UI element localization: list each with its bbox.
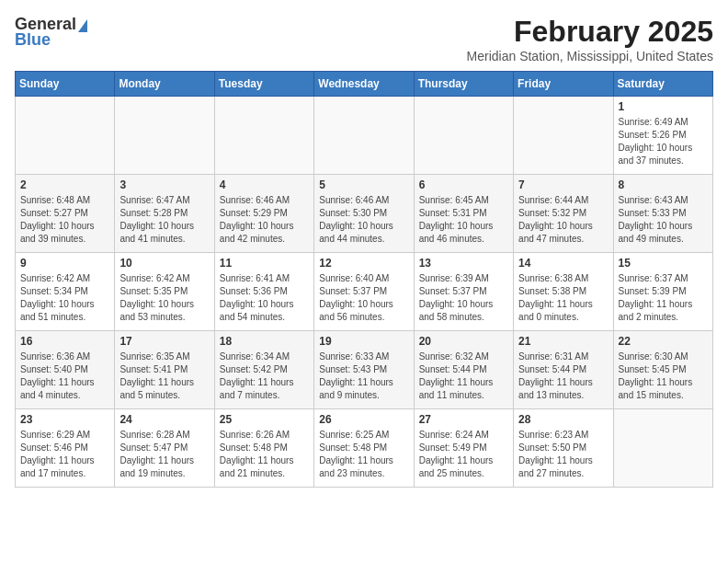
day-info: Sunrise: 6:47 AM Sunset: 5:28 PM Dayligh… bbox=[119, 194, 209, 246]
table-row bbox=[613, 409, 712, 488]
calendar-week-row: 2Sunrise: 6:48 AM Sunset: 5:27 PM Daylig… bbox=[16, 175, 713, 253]
day-info: Sunrise: 6:28 AM Sunset: 5:47 PM Dayligh… bbox=[119, 429, 209, 480]
calendar-title-block: February 2025 Meridian Station, Mississi… bbox=[467, 15, 713, 63]
col-tuesday: Tuesday bbox=[214, 72, 313, 97]
table-row: 11Sunrise: 6:41 AM Sunset: 5:36 PM Dayli… bbox=[214, 253, 313, 331]
calendar-location: Meridian Station, Mississippi, United St… bbox=[467, 49, 713, 63]
table-row bbox=[115, 97, 214, 175]
day-info: Sunrise: 6:34 AM Sunset: 5:42 PM Dayligh… bbox=[220, 350, 309, 402]
calendar-week-row: 16Sunrise: 6:36 AM Sunset: 5:40 PM Dayli… bbox=[16, 331, 713, 409]
day-number: 2 bbox=[20, 178, 109, 191]
table-row: 20Sunrise: 6:32 AM Sunset: 5:44 PM Dayli… bbox=[414, 331, 513, 409]
day-number: 23 bbox=[20, 413, 109, 426]
day-number: 6 bbox=[419, 178, 508, 191]
day-info: Sunrise: 6:41 AM Sunset: 5:36 PM Dayligh… bbox=[220, 272, 309, 324]
table-row: 16Sunrise: 6:36 AM Sunset: 5:40 PM Dayli… bbox=[16, 331, 115, 409]
day-number: 1 bbox=[619, 100, 708, 113]
table-row: 18Sunrise: 6:34 AM Sunset: 5:42 PM Dayli… bbox=[214, 331, 313, 409]
col-friday: Friday bbox=[514, 72, 613, 97]
day-number: 10 bbox=[119, 257, 209, 270]
table-row: 10Sunrise: 6:42 AM Sunset: 5:35 PM Dayli… bbox=[115, 253, 214, 331]
day-number: 27 bbox=[419, 413, 508, 426]
day-info: Sunrise: 6:40 AM Sunset: 5:37 PM Dayligh… bbox=[319, 272, 408, 324]
day-info: Sunrise: 6:46 AM Sunset: 5:30 PM Dayligh… bbox=[319, 194, 408, 246]
day-info: Sunrise: 6:38 AM Sunset: 5:38 PM Dayligh… bbox=[518, 272, 608, 324]
day-number: 7 bbox=[518, 178, 608, 191]
day-number: 12 bbox=[319, 257, 408, 270]
table-row: 21Sunrise: 6:31 AM Sunset: 5:44 PM Dayli… bbox=[514, 331, 613, 409]
table-row bbox=[314, 97, 414, 175]
day-number: 25 bbox=[220, 413, 309, 426]
day-info: Sunrise: 6:24 AM Sunset: 5:49 PM Dayligh… bbox=[419, 429, 508, 480]
day-number: 3 bbox=[119, 178, 209, 191]
table-row: 5Sunrise: 6:46 AM Sunset: 5:30 PM Daylig… bbox=[314, 175, 414, 253]
col-monday: Monday bbox=[115, 72, 214, 97]
table-row: 6Sunrise: 6:45 AM Sunset: 5:31 PM Daylig… bbox=[414, 175, 513, 253]
day-number: 13 bbox=[419, 257, 508, 270]
day-number: 8 bbox=[619, 178, 708, 191]
col-wednesday: Wednesday bbox=[314, 72, 414, 97]
day-number: 4 bbox=[220, 178, 309, 191]
table-row: 27Sunrise: 6:24 AM Sunset: 5:49 PM Dayli… bbox=[414, 409, 513, 488]
calendar-week-row: 1Sunrise: 6:49 AM Sunset: 5:26 PM Daylig… bbox=[16, 97, 713, 175]
logo: General Blue bbox=[15, 15, 87, 50]
table-row: 8Sunrise: 6:43 AM Sunset: 5:33 PM Daylig… bbox=[613, 175, 712, 253]
day-number: 28 bbox=[518, 413, 608, 426]
calendar-table: Sunday Monday Tuesday Wednesday Thursday… bbox=[15, 71, 713, 488]
day-info: Sunrise: 6:32 AM Sunset: 5:44 PM Dayligh… bbox=[419, 350, 508, 402]
day-number: 24 bbox=[119, 413, 209, 426]
day-info: Sunrise: 6:45 AM Sunset: 5:31 PM Dayligh… bbox=[419, 194, 508, 246]
day-number: 5 bbox=[319, 178, 408, 191]
table-row: 25Sunrise: 6:26 AM Sunset: 5:48 PM Dayli… bbox=[214, 409, 313, 488]
day-number: 11 bbox=[220, 257, 309, 270]
calendar-month-title: February 2025 bbox=[467, 15, 713, 49]
day-number: 18 bbox=[220, 335, 309, 348]
day-number: 14 bbox=[518, 257, 608, 270]
table-row: 1Sunrise: 6:49 AM Sunset: 5:26 PM Daylig… bbox=[613, 97, 712, 175]
table-row: 4Sunrise: 6:46 AM Sunset: 5:29 PM Daylig… bbox=[214, 175, 313, 253]
day-number: 9 bbox=[20, 257, 109, 270]
logo-triangle-icon bbox=[78, 19, 87, 32]
table-row bbox=[414, 97, 513, 175]
table-row: 13Sunrise: 6:39 AM Sunset: 5:37 PM Dayli… bbox=[414, 253, 513, 331]
table-row: 19Sunrise: 6:33 AM Sunset: 5:43 PM Dayli… bbox=[314, 331, 414, 409]
table-row: 28Sunrise: 6:23 AM Sunset: 5:50 PM Dayli… bbox=[514, 409, 613, 488]
day-info: Sunrise: 6:44 AM Sunset: 5:32 PM Dayligh… bbox=[518, 194, 608, 246]
col-sunday: Sunday bbox=[16, 72, 115, 97]
table-row bbox=[16, 97, 115, 175]
day-number: 22 bbox=[619, 335, 708, 348]
day-info: Sunrise: 6:42 AM Sunset: 5:34 PM Dayligh… bbox=[20, 272, 109, 324]
day-number: 20 bbox=[419, 335, 508, 348]
table-row: 2Sunrise: 6:48 AM Sunset: 5:27 PM Daylig… bbox=[16, 175, 115, 253]
table-row: 3Sunrise: 6:47 AM Sunset: 5:28 PM Daylig… bbox=[115, 175, 214, 253]
table-row: 24Sunrise: 6:28 AM Sunset: 5:47 PM Dayli… bbox=[115, 409, 214, 488]
day-info: Sunrise: 6:37 AM Sunset: 5:39 PM Dayligh… bbox=[619, 272, 708, 324]
day-info: Sunrise: 6:43 AM Sunset: 5:33 PM Dayligh… bbox=[619, 194, 708, 246]
day-number: 21 bbox=[518, 335, 608, 348]
day-info: Sunrise: 6:46 AM Sunset: 5:29 PM Dayligh… bbox=[220, 194, 309, 246]
table-row bbox=[514, 97, 613, 175]
calendar-week-row: 23Sunrise: 6:29 AM Sunset: 5:46 PM Dayli… bbox=[16, 409, 713, 488]
day-info: Sunrise: 6:39 AM Sunset: 5:37 PM Dayligh… bbox=[419, 272, 508, 324]
table-row: 22Sunrise: 6:30 AM Sunset: 5:45 PM Dayli… bbox=[613, 331, 712, 409]
day-info: Sunrise: 6:33 AM Sunset: 5:43 PM Dayligh… bbox=[319, 350, 408, 402]
table-row: 12Sunrise: 6:40 AM Sunset: 5:37 PM Dayli… bbox=[314, 253, 414, 331]
day-info: Sunrise: 6:31 AM Sunset: 5:44 PM Dayligh… bbox=[518, 350, 608, 402]
day-number: 26 bbox=[319, 413, 408, 426]
day-info: Sunrise: 6:26 AM Sunset: 5:48 PM Dayligh… bbox=[220, 429, 309, 480]
day-info: Sunrise: 6:48 AM Sunset: 5:27 PM Dayligh… bbox=[20, 194, 109, 246]
day-info: Sunrise: 6:23 AM Sunset: 5:50 PM Dayligh… bbox=[518, 429, 608, 480]
day-info: Sunrise: 6:35 AM Sunset: 5:41 PM Dayligh… bbox=[119, 350, 209, 402]
table-row: 9Sunrise: 6:42 AM Sunset: 5:34 PM Daylig… bbox=[16, 253, 115, 331]
table-row: 26Sunrise: 6:25 AM Sunset: 5:48 PM Dayli… bbox=[314, 409, 414, 488]
day-number: 17 bbox=[119, 335, 209, 348]
table-row: 15Sunrise: 6:37 AM Sunset: 5:39 PM Dayli… bbox=[613, 253, 712, 331]
calendar-header-row: Sunday Monday Tuesday Wednesday Thursday… bbox=[16, 72, 713, 97]
day-info: Sunrise: 6:49 AM Sunset: 5:26 PM Dayligh… bbox=[619, 116, 708, 167]
day-info: Sunrise: 6:29 AM Sunset: 5:46 PM Dayligh… bbox=[20, 429, 109, 480]
col-thursday: Thursday bbox=[414, 72, 513, 97]
col-saturday: Saturday bbox=[613, 72, 712, 97]
table-row: 14Sunrise: 6:38 AM Sunset: 5:38 PM Dayli… bbox=[514, 253, 613, 331]
page-header: General Blue February 2025 Meridian Stat… bbox=[15, 15, 713, 63]
table-row: 23Sunrise: 6:29 AM Sunset: 5:46 PM Dayli… bbox=[16, 409, 115, 488]
